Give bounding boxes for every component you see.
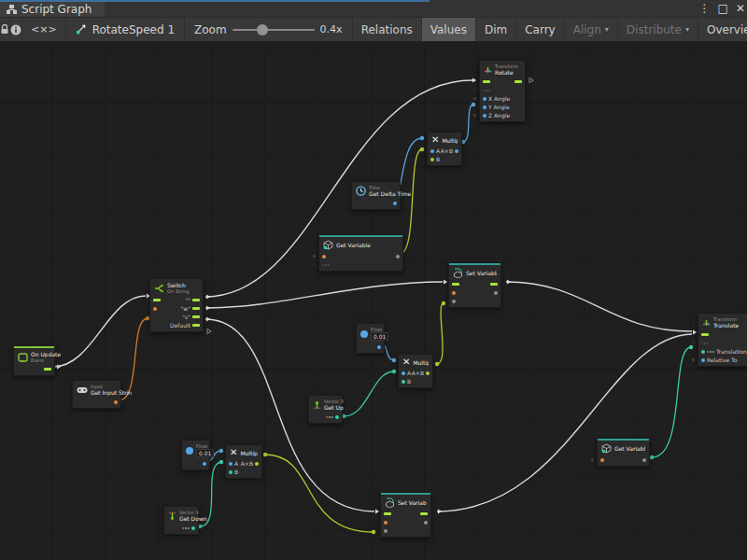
a-port[interactable] xyxy=(402,371,405,375)
fallback-port[interactable] xyxy=(322,264,330,266)
case-out-port[interactable] xyxy=(192,315,200,318)
control-in-port[interactable] xyxy=(452,283,459,286)
node-translate[interactable]: Transform Translate Translation Relative… xyxy=(698,313,747,367)
node-multiply-low[interactable]: ✕ Multiply A A×B B xyxy=(225,444,262,479)
control-in-port[interactable] xyxy=(701,333,709,336)
control-in-port[interactable] xyxy=(483,80,490,83)
b-port[interactable] xyxy=(229,470,233,474)
port-ring xyxy=(473,114,476,117)
wire-setvar-top-to-translate[interactable] xyxy=(506,282,692,331)
wire-endpoint xyxy=(392,370,396,373)
carry-button[interactable]: Carry xyxy=(516,18,565,41)
tab-script-graph[interactable]: Script Graph xyxy=(0,2,105,17)
out-dot[interactable] xyxy=(191,526,195,530)
window-close-button[interactable]: ✕ xyxy=(736,2,745,15)
y-angle-port[interactable] xyxy=(483,105,486,109)
variable-name-port[interactable] xyxy=(322,255,326,259)
wire-on-update-to-switch[interactable] xyxy=(53,296,146,367)
value-out-port[interactable] xyxy=(424,521,428,525)
wire-multiply-to-rotate-angle[interactable] xyxy=(463,105,473,142)
control-in-port[interactable] xyxy=(384,512,391,515)
variable-name-port[interactable] xyxy=(384,521,388,525)
node-rotate[interactable]: Transform Rotate X Angle Y Angle Z Angle xyxy=(479,60,526,122)
window-maximize-button[interactable]: □ xyxy=(718,2,728,15)
node-title: Multiply xyxy=(442,137,458,144)
align-dropdown[interactable]: Align ▾ xyxy=(565,18,618,41)
selector-port[interactable] xyxy=(153,307,157,311)
z-angle-port[interactable] xyxy=(483,114,486,118)
case-out-port[interactable] xyxy=(192,307,200,310)
window-menu-button[interactable]: ⋮ xyxy=(699,2,711,15)
value-out-port[interactable] xyxy=(396,255,400,259)
edit-code-button[interactable]: <×> xyxy=(22,18,66,41)
node-get-variable-mid[interactable]: Get Variable xyxy=(318,235,403,272)
graph-canvas[interactable]: Transform Rotate X Angle Y Angle Z Angle… xyxy=(0,42,747,560)
transform-target-port[interactable] xyxy=(483,90,490,91)
delta-out-port[interactable] xyxy=(393,202,397,205)
vector3-out-port[interactable] xyxy=(326,416,333,418)
inspect-button[interactable] xyxy=(10,18,22,41)
x-angle-port[interactable] xyxy=(483,97,486,101)
values-label: Values xyxy=(430,23,467,36)
dim-button[interactable]: Dim xyxy=(476,18,516,41)
node-set-variable-bottom[interactable]: Set Variable xyxy=(380,493,431,538)
control-arrow-icon xyxy=(438,509,442,513)
variable-name-port[interactable] xyxy=(600,458,604,462)
relations-button[interactable]: Relations xyxy=(353,18,422,41)
transform-target-port[interactable] xyxy=(701,343,709,344)
a-port[interactable] xyxy=(229,462,233,466)
control-out-port[interactable] xyxy=(44,368,51,371)
wire-getup-to-multiply-mid-b[interactable] xyxy=(344,371,394,416)
translation-port[interactable] xyxy=(701,350,705,354)
float-value-field[interactable]: 0.01 xyxy=(196,449,214,457)
node-multiply-mid[interactable]: ✕ Multiply A A×B B xyxy=(398,354,433,388)
default-out-port[interactable] xyxy=(192,324,200,327)
node-multiply-top[interactable]: ✕ Multiply A A×B B xyxy=(427,132,462,166)
distribute-dropdown[interactable]: Distribute ▾ xyxy=(618,18,698,41)
value-out-port[interactable] xyxy=(642,458,646,462)
float-out-port[interactable] xyxy=(377,345,381,349)
value-in-port[interactable] xyxy=(452,300,456,303)
zoom-slider[interactable] xyxy=(233,29,315,31)
node-float-mid[interactable]: Float 0.01 xyxy=(356,323,385,354)
control-in-port[interactable] xyxy=(153,299,161,301)
string-out-port[interactable] xyxy=(114,400,118,404)
product-port[interactable] xyxy=(426,371,430,375)
vector3-out-port[interactable] xyxy=(182,527,190,529)
relative-to-port[interactable] xyxy=(701,358,705,362)
wire-setvar-bottom-to-translate[interactable] xyxy=(437,334,692,511)
case-out-port[interactable] xyxy=(192,299,200,301)
graph-breadcrumb[interactable]: RotateSpeed 1 xyxy=(66,18,185,41)
b-port[interactable] xyxy=(402,380,405,384)
lock-button[interactable] xyxy=(0,18,10,41)
node-switch[interactable]: Switch On String "" "w" "s" Default xyxy=(149,278,204,332)
product-port[interactable] xyxy=(255,462,259,466)
node-get-delta-time[interactable]: Time Get Delta Time xyxy=(351,181,401,210)
node-get-input-string[interactable]: Input Get Input Strin xyxy=(72,380,121,409)
out-dot[interactable] xyxy=(335,415,339,419)
node-get-up[interactable]: Vector 3 Get Up xyxy=(308,395,343,424)
wire-getvar-right-to-translate[interactable] xyxy=(652,347,691,457)
control-out-port[interactable] xyxy=(514,80,522,83)
control-out-port[interactable] xyxy=(420,512,428,515)
values-button[interactable]: Values xyxy=(422,18,476,41)
product-port[interactable] xyxy=(455,149,458,153)
zoom-slider-thumb[interactable] xyxy=(257,24,268,35)
value-in-port[interactable] xyxy=(384,529,388,533)
wire-multiply-low-to-setvar-bottom[interactable] xyxy=(265,455,374,532)
a-port[interactable] xyxy=(430,149,434,153)
wire-multiply-mid-to-setvar-top[interactable] xyxy=(437,303,444,364)
wire-switch-to-setvar-top[interactable] xyxy=(205,282,443,308)
node-get-down[interactable]: Vector 3 Get Down xyxy=(163,506,199,535)
node-on-update[interactable]: On Update Event xyxy=(13,346,55,376)
b-port[interactable] xyxy=(430,158,434,161)
control-out-port[interactable] xyxy=(490,283,498,286)
float-out-port[interactable] xyxy=(203,462,206,466)
variable-name-port[interactable] xyxy=(452,291,456,295)
node-float-low[interactable]: Float 0.01 xyxy=(181,440,210,470)
node-set-variable-top[interactable]: Set Variable xyxy=(448,263,501,308)
value-out-port[interactable] xyxy=(494,291,498,295)
node-get-variable-right[interactable]: Get Variable xyxy=(597,439,650,467)
overview-button[interactable]: Overview xyxy=(698,18,747,41)
float-value-field[interactable]: 0.01 xyxy=(371,332,388,341)
